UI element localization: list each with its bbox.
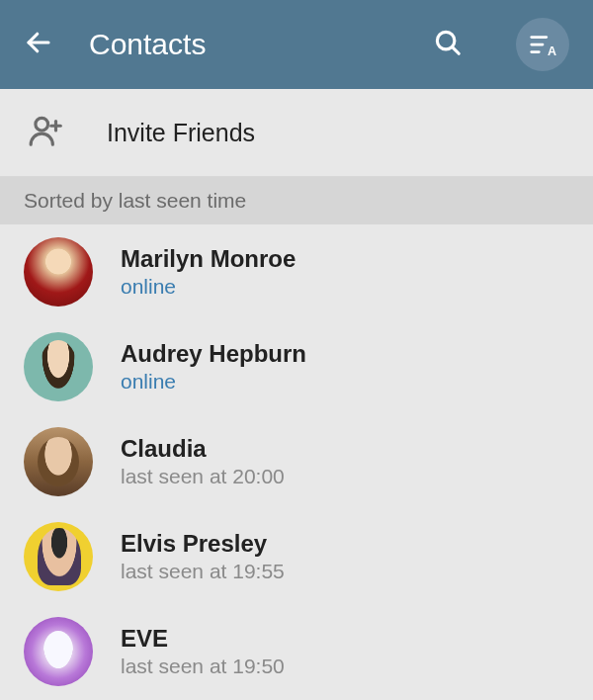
contact-status: last seen at 19:50 <box>121 655 285 678</box>
contact-info: Audrey Hepburn online <box>121 340 306 394</box>
sort-caption: Sorted by last seen time <box>24 189 246 213</box>
contact-info: Claudia last seen at 20:00 <box>121 435 285 488</box>
contact-row[interactable]: Audrey Hepburn online <box>0 319 593 414</box>
contact-name: Audrey Hepburn <box>121 340 306 368</box>
sort-alpha-button[interactable]: A <box>516 18 569 71</box>
contact-info: EVE last seen at 19:50 <box>121 625 285 678</box>
contact-row[interactable]: Elvis Presley last seen at 19:55 <box>0 509 593 604</box>
contact-name: Claudia <box>121 435 285 463</box>
avatar <box>24 522 93 591</box>
contact-info: Elvis Presley last seen at 19:55 <box>121 530 285 583</box>
contact-row[interactable]: Claudia last seen at 20:00 <box>0 414 593 509</box>
invite-friends-label: Invite Friends <box>107 119 255 147</box>
contact-name: Elvis Presley <box>121 530 285 558</box>
avatar <box>24 617 93 686</box>
svg-text:A: A <box>548 44 556 58</box>
contacts-list: Marilyn Monroe online Audrey Hepburn onl… <box>0 224 593 699</box>
page-title: Contacts <box>89 28 397 61</box>
avatar <box>24 237 93 306</box>
contact-status: online <box>121 275 296 299</box>
contact-name: Marilyn Monroe <box>121 245 296 273</box>
contact-row[interactable]: Marilyn Monroe online <box>0 224 593 319</box>
avatar <box>24 427 93 496</box>
invite-friends-row[interactable]: Invite Friends <box>0 89 593 177</box>
search-icon[interactable] <box>433 28 463 61</box>
sort-caption-row: Sorted by last seen time <box>0 177 593 224</box>
app-header: Contacts A <box>0 0 593 89</box>
avatar <box>24 332 93 401</box>
svg-point-7 <box>36 118 48 131</box>
contact-name: EVE <box>121 625 285 653</box>
contact-info: Marilyn Monroe online <box>121 245 296 299</box>
contact-status: online <box>121 370 306 394</box>
contact-status: last seen at 20:00 <box>121 465 285 488</box>
contact-row[interactable]: EVE last seen at 19:50 <box>0 604 593 699</box>
add-person-icon <box>28 112 65 153</box>
back-icon[interactable] <box>24 28 53 61</box>
svg-line-2 <box>452 46 459 53</box>
contact-status: last seen at 19:55 <box>121 560 285 583</box>
